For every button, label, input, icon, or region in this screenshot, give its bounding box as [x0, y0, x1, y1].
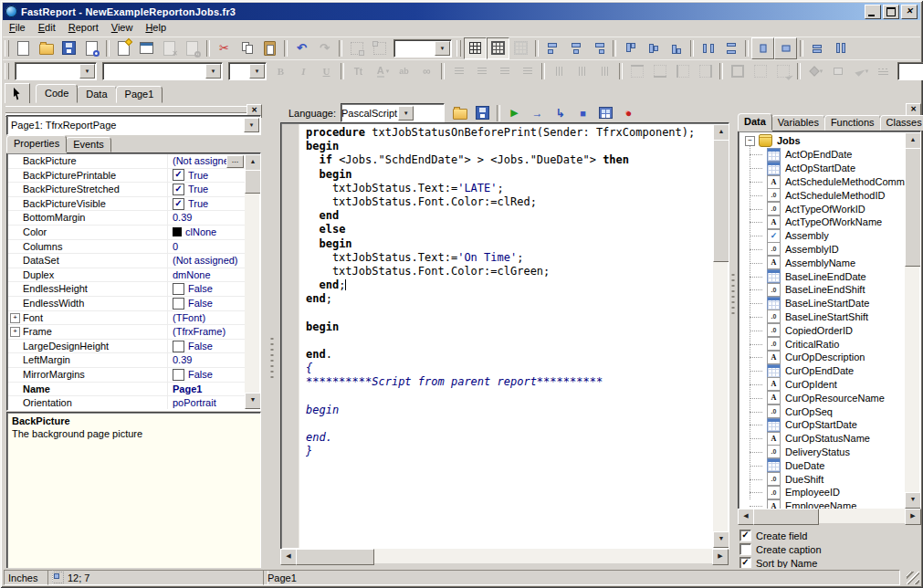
chevron-down-icon[interactable]: ▼ [79, 64, 95, 79]
property-value[interactable]: poPortrait [168, 396, 245, 409]
toolbar-grip[interactable] [5, 63, 9, 79]
inspector-grip[interactable] [5, 106, 248, 113]
field-Assembly[interactable]: ✓Assembly [740, 229, 905, 243]
new-dialog-page-button[interactable] [135, 37, 158, 59]
field-AssemblyName[interactable]: AAssemblyName [740, 256, 905, 269]
scroll-right-icon[interactable]: ▶ [905, 509, 921, 525]
open-report-button[interactable] [35, 37, 58, 59]
center-vertically-button[interactable] [774, 37, 797, 59]
property-row[interactable]: BackPictureVisible✓True [8, 197, 245, 212]
scroll-up-icon[interactable]: ▲ [905, 132, 921, 149]
font-name-select[interactable]: ▼ [102, 62, 223, 80]
space-horizontally-button[interactable] [697, 37, 719, 59]
ellipsis-button[interactable]: ... [226, 155, 244, 168]
property-value[interactable]: (Not assigned) [168, 254, 245, 268]
property-value[interactable]: 0.39 [168, 353, 245, 367]
splitter-handle[interactable] [732, 272, 735, 314]
expand-icon[interactable]: + [10, 313, 20, 323]
scroll-thumb[interactable] [753, 509, 819, 525]
stop-script-button[interactable] [572, 102, 594, 124]
new-report-button[interactable] [12, 37, 35, 59]
scroll-left-icon[interactable]: ◀ [280, 549, 297, 565]
scroll-up-icon[interactable]: ▲ [245, 154, 261, 171]
property-row[interactable]: BottomMargin0.39 [8, 211, 245, 226]
property-row[interactable]: EndlessHeightFalse [8, 282, 245, 297]
editor-vscrollbar[interactable]: ▲ ▼ [713, 124, 728, 548]
scroll-thumb[interactable] [296, 549, 374, 565]
property-grid-scrollbar[interactable]: ▲ ▼ [245, 154, 259, 409]
select-tool-button[interactable] [5, 83, 30, 104]
field-CriticalRatio[interactable]: .0CriticalRatio [740, 337, 905, 351]
property-value[interactable]: clNone [168, 226, 245, 239]
same-height-button[interactable] [829, 37, 852, 59]
field-ActScheduleMethodID[interactable]: .0ActScheduleMethodID [740, 188, 905, 202]
new-report-page-button[interactable] [112, 37, 135, 59]
menu-file[interactable]: File [3, 20, 32, 37]
tab-classes[interactable]: Classes [880, 115, 923, 131]
field-CurOpResourceName[interactable]: ACurOpResourceName [740, 391, 905, 404]
evaluate-button[interactable] [594, 102, 617, 124]
property-value[interactable]: ✓True [168, 169, 245, 183]
toolbar-grip[interactable] [5, 40, 9, 57]
copy-button[interactable] [236, 37, 258, 59]
property-row[interactable]: MirrorMarginsFalse [8, 368, 245, 383]
menu-edit[interactable]: Edit [32, 20, 62, 37]
checkbox-icon[interactable]: ✓ [173, 169, 184, 181]
step-over-button[interactable] [526, 102, 549, 124]
cut-button[interactable] [213, 37, 236, 59]
property-value[interactable]: Page1 [168, 383, 245, 396]
resize-grip[interactable] [907, 572, 919, 584]
scroll-down-icon[interactable]: ▼ [905, 492, 921, 509]
property-row[interactable]: NamePage1 [8, 383, 245, 397]
space-vertically-button[interactable] [719, 37, 742, 59]
field-CurOpSeq[interactable]: .0CurOpSeq [740, 404, 905, 418]
field-CurOpDescription[interactable]: ACurOpDescription [740, 351, 905, 364]
title-bar[interactable]: FastReport - NewExampleReportonJobs.fr3 … [3, 3, 920, 20]
field-CurOpStatusName[interactable]: ACurOpStatusName [740, 432, 905, 446]
align-tops-button[interactable] [619, 37, 642, 59]
tab-code[interactable]: Code [36, 84, 78, 103]
property-value[interactable]: ✓True [168, 197, 245, 211]
property-row[interactable]: DataSet(Not assigned) [8, 254, 245, 268]
checkbox-icon[interactable] [173, 298, 184, 310]
close-button[interactable]: ✕ [901, 5, 918, 19]
chevron-down-icon[interactable]: ▼ [249, 64, 265, 79]
property-row[interactable]: OrientationpoPortrait [8, 396, 245, 409]
scroll-down-icon[interactable]: ▼ [713, 531, 729, 548]
checkbox-icon[interactable] [173, 369, 184, 381]
tab-data[interactable]: Data [738, 113, 772, 131]
chevron-down-icon[interactable]: ▼ [435, 41, 450, 56]
expand-icon[interactable]: + [10, 327, 20, 337]
code-editor[interactable]: procedure txtJobStatusOnBeforePrint(Send… [280, 122, 729, 550]
field-DeliveryStatus[interactable]: .0DeliveryStatus [740, 446, 905, 459]
minimize-button[interactable] [865, 5, 881, 19]
property-value[interactable]: False [168, 297, 245, 310]
style-select[interactable]: ▼ [15, 62, 97, 80]
align-middles-button[interactable] [642, 37, 665, 59]
checkbox-icon[interactable]: ✓ [739, 530, 751, 541]
scroll-thumb[interactable] [713, 140, 729, 262]
property-row[interactable]: BackPicturePrintable✓True [8, 169, 245, 184]
field-ActTypeOfWorkName[interactable]: AActTypeOfWorkName [740, 215, 905, 229]
scroll-up-icon[interactable]: ▲ [713, 124, 729, 141]
align-to-grid-button[interactable] [487, 37, 509, 59]
property-value[interactable]: False [168, 368, 245, 382]
scroll-right-icon[interactable]: ▶ [712, 549, 729, 565]
property-value[interactable]: (TfrxFrame) [168, 325, 245, 339]
property-value[interactable]: False [168, 340, 245, 353]
paste-button[interactable] [258, 37, 281, 59]
field-ActTypeOfWorkID[interactable]: .0ActTypeOfWorkID [740, 202, 905, 215]
center-horizontally-button[interactable] [751, 37, 774, 59]
menu-help[interactable]: Help [139, 20, 173, 37]
tab-page1[interactable]: Page1 [116, 86, 163, 103]
property-row[interactable]: ColorclNone [8, 226, 245, 240]
tree-hscrollbar[interactable]: ◀ ▶ [738, 509, 921, 523]
property-row[interactable]: BackPicture(Not assigned)... [8, 154, 245, 169]
checkbox-icon[interactable] [739, 543, 751, 555]
menu-view[interactable]: View [105, 20, 140, 37]
scroll-left-icon[interactable]: ◀ [738, 509, 754, 525]
field-AssemblyID[interactable]: .0AssemblyID [740, 243, 905, 257]
property-row[interactable]: DuplexdmNone [8, 268, 245, 283]
chevron-down-icon[interactable]: ▼ [205, 64, 221, 79]
breakpoint-button[interactable] [617, 102, 640, 124]
